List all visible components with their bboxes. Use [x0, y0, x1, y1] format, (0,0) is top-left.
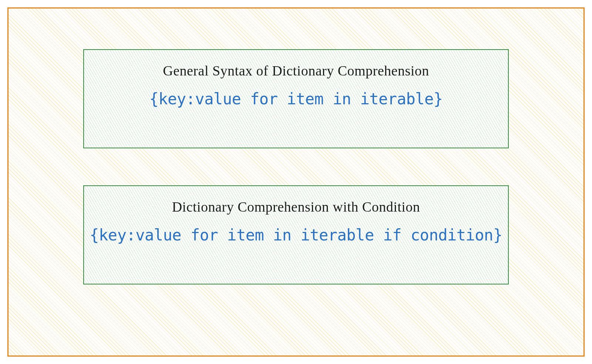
box-title: Dictionary Comprehension with Condition [172, 199, 420, 215]
syntax-box-general: General Syntax of Dictionary Comprehensi… [83, 49, 509, 148]
box-code: {key:value for item in iterable if condi… [90, 226, 502, 244]
box-title: General Syntax of Dictionary Comprehensi… [163, 63, 429, 79]
syntax-box-condition: Dictionary Comprehension with Condition … [83, 185, 509, 284]
diagram-container: General Syntax of Dictionary Comprehensi… [7, 7, 585, 357]
box-code: {key:value for item in iterable} [149, 90, 443, 108]
